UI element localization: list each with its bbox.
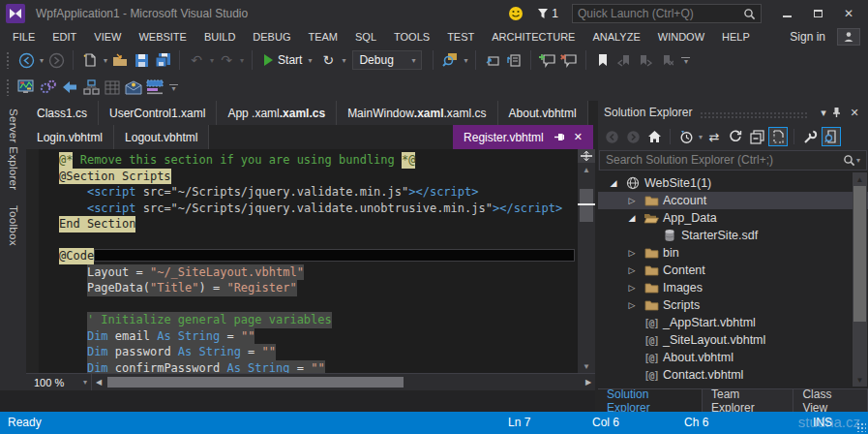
redo-button[interactable]: ↷	[218, 49, 235, 71]
code-line[interactable]: Dim confirmPassword As String = ""	[59, 360, 578, 374]
scroll-up-arrow[interactable]: ▲	[578, 163, 595, 176]
menu-item-window[interactable]: WINDOW	[649, 27, 713, 46]
clear-bookmarks-button[interactable]	[658, 49, 675, 71]
document-tab[interactable]: Logout.vbhtml	[114, 125, 209, 149]
tree-expander-icon[interactable]: ◢	[606, 178, 621, 188]
tree-item-startersite-sdf[interactable]: StarterSite.sdf	[598, 227, 868, 244]
add-comment-button[interactable]	[539, 49, 556, 71]
code-line[interactable]: <script src="~/Scripts/jquery.validate.m…	[59, 184, 578, 201]
scroll-up-arrow[interactable]: ▲	[853, 172, 867, 186]
code-line[interactable]: @Code	[59, 248, 578, 264]
refresh-dropdown[interactable]: ▾	[342, 56, 345, 65]
open-file-button[interactable]	[111, 49, 129, 71]
find-dropdown[interactable]: ▾	[464, 56, 467, 65]
code-line[interactable]: @Section Scripts	[59, 169, 578, 185]
editor-vertical-scrollbar[interactable]: ▲ ▼	[578, 149, 595, 373]
navigate-to-definition-button[interactable]	[484, 49, 501, 71]
close-button[interactable]: ✕	[833, 3, 864, 24]
menu-item-file[interactable]: FILE	[4, 27, 44, 46]
new-file-button[interactable]	[81, 49, 99, 71]
maximize-button[interactable]	[802, 3, 833, 24]
tree-item-about-vbhtml[interactable]: [@]About.vbhtml	[598, 349, 868, 366]
code-line[interactable]	[59, 296, 578, 313]
document-tab[interactable]: App .xaml .xaml.cs	[217, 101, 337, 125]
toolbar-overflow-button[interactable]: ▾	[169, 84, 178, 91]
redo-dropdown[interactable]: ▾	[240, 56, 244, 65]
tree-expander-icon[interactable]: ◢	[624, 213, 640, 223]
scroll-thumb[interactable]	[853, 186, 866, 322]
tool-tab-team-explorer[interactable]: Team Explorer	[703, 389, 793, 412]
tree-item-website1-1-[interactable]: ◢WebSite1(1)	[598, 174, 868, 192]
tree-expander-icon[interactable]: ▷	[624, 300, 640, 310]
notifications-flag[interactable]: 1	[537, 7, 558, 20]
code-line[interactable]: PageData("Title") = "Register"	[59, 280, 578, 296]
menu-item-tools[interactable]: TOOLS	[385, 27, 438, 46]
undo-dropdown[interactable]: ▾	[210, 56, 214, 65]
scroll-left-arrow[interactable]: ◀	[92, 378, 105, 387]
tree-item--appstart-vbhtml[interactable]: [@]_AppStart.vbhtml	[598, 314, 868, 331]
toolbar-grip[interactable]	[6, 51, 11, 69]
toolbox-vertical-tab[interactable]: Toolbox	[8, 205, 19, 246]
code-line[interactable]: @* Remove this section if you are using …	[59, 152, 578, 169]
navigate-structure-button[interactable]	[505, 49, 523, 71]
scroll-right-arrow[interactable]: ▶	[582, 378, 595, 387]
new-file-dropdown[interactable]: ▾	[104, 56, 107, 65]
code-line[interactable]: <script src="~/Scripts/jquery.validate.u…	[59, 201, 578, 217]
navigate-forward-button[interactable]	[47, 49, 65, 71]
editor-zoom-control[interactable]: 100 % ▾	[26, 374, 92, 390]
navigate-back-dropdown[interactable]: ▾	[40, 56, 44, 65]
save-button[interactable]	[133, 49, 150, 71]
remove-comment-button[interactable]	[560, 49, 578, 71]
tree-expander-icon[interactable]: ▷	[624, 283, 640, 293]
code-editor[interactable]: @* Remove this section if you are using …	[26, 149, 595, 373]
start-dropdown[interactable]: ▾	[308, 56, 312, 65]
code-line[interactable]: Dim password As String = ""	[59, 344, 578, 360]
code-line[interactable]: ' Initialize general page variables	[59, 312, 578, 328]
tree-expander-icon[interactable]: ▷	[624, 248, 640, 258]
code-line[interactable]	[59, 232, 578, 249]
menu-item-team[interactable]: TEAM	[299, 27, 346, 46]
refresh-icon[interactable]	[726, 127, 745, 146]
back-arrow-icon-button[interactable]	[61, 77, 78, 98]
scroll-down-arrow[interactable]: ▼	[853, 373, 867, 387]
tree-item-scripts[interactable]: ▷Scripts	[598, 296, 868, 314]
resize-grip[interactable]	[856, 422, 866, 432]
menu-item-website[interactable]: WEBSITE	[130, 27, 195, 46]
refresh-button[interactable]: ↻	[319, 49, 337, 71]
undo-button[interactable]: ↶	[188, 49, 205, 71]
code-lines[interactable]: @* Remove this section if you are using …	[26, 149, 578, 373]
toolbar-overflow-button[interactable]: ▾	[681, 57, 690, 64]
settings-gears-icon-button[interactable]	[39, 77, 57, 98]
server-explorer-vertical-tab[interactable]: Server Explorer	[8, 108, 19, 190]
panel-drag-texture[interactable]	[700, 111, 808, 118]
feedback-smiley-icon[interactable]	[508, 6, 524, 21]
split-window-handle[interactable]	[578, 149, 595, 163]
search-options-dropdown[interactable]: ▾	[856, 156, 860, 165]
toggle-bookmark-button[interactable]	[594, 49, 612, 71]
document-tab[interactable]: Login.vbhtml	[26, 125, 114, 149]
document-tab[interactable]: Class1.cs	[26, 101, 99, 125]
start-debug-button[interactable]: Start ▾	[260, 53, 315, 67]
home-icon[interactable]	[644, 127, 664, 146]
tree-vertical-scrollbar[interactable]: ▲ ▼	[853, 172, 867, 387]
status-line[interactable]: Ln 7	[508, 416, 530, 429]
menu-item-help[interactable]: HELP	[713, 27, 759, 46]
mail-envelope-icon-button[interactable]	[125, 77, 142, 98]
menu-item-test[interactable]: TEST	[438, 27, 483, 46]
forward-button[interactable]	[623, 127, 643, 146]
menu-item-view[interactable]: VIEW	[85, 27, 130, 46]
save-all-button[interactable]	[154, 49, 171, 71]
tree-item-app-data[interactable]: ◢App_Data	[598, 209, 868, 227]
pin-icon[interactable]	[554, 132, 565, 142]
pending-changes-filter-icon[interactable]	[676, 127, 696, 146]
collapse-all-icon[interactable]	[747, 127, 766, 146]
code-line[interactable]: End Section	[59, 216, 578, 232]
tree-item--sitelayout-vbhtml[interactable]: [@]_SiteLayout.vbhtml	[598, 331, 868, 349]
tree-expander-icon[interactable]: ▷	[624, 265, 640, 275]
status-character[interactable]: Ch 6	[684, 416, 708, 429]
window-position-dropdown-icon[interactable]: ▾	[816, 107, 831, 119]
scroll-thumb[interactable]	[580, 189, 593, 222]
solution-explorer-header[interactable]: Solution Explorer ▾ ✕	[598, 101, 868, 124]
toolbar-grip[interactable]	[6, 78, 11, 96]
scroll-down-arrow[interactable]: ▼	[578, 359, 595, 373]
